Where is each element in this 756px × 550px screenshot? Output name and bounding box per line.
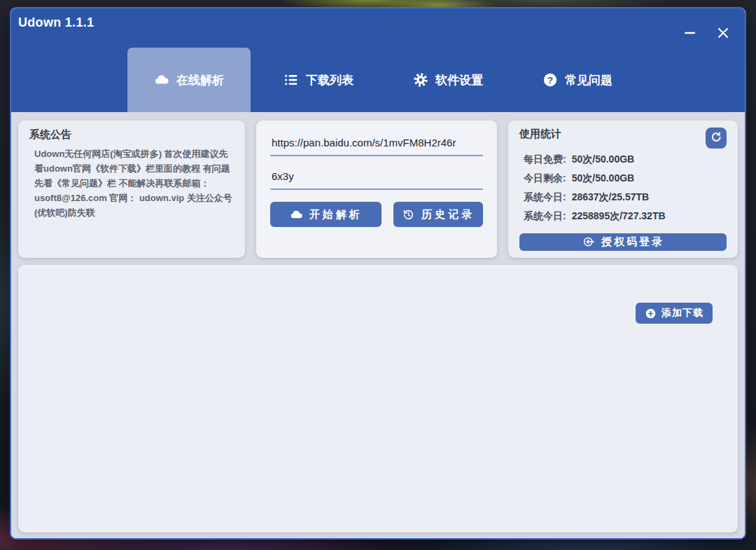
- add-download-label: 添加下载: [662, 307, 704, 319]
- cloud-icon: [154, 72, 169, 88]
- stat-label: 今日剩余:: [524, 172, 566, 185]
- minimize-icon: [685, 32, 695, 34]
- top-row: 系统公告 Udown无任何网店(淘宝或拼多) 首次使用建议先看udown官网《软…: [18, 121, 738, 258]
- login-icon: [582, 235, 595, 249]
- window-controls: [682, 25, 731, 41]
- announcement-body: Udown无任何网店(淘宝或拼多) 首次使用建议先看udown官网《软件下载》栏…: [34, 146, 234, 220]
- stats-panel: 使用统计 每日免费: 50次/50.00GB: [508, 121, 738, 258]
- stat-rows: 每日免费: 50次/50.00GB 今日剩余: 50次/50.00GB 系统今日…: [524, 150, 727, 226]
- stats-title: 使用统计: [519, 128, 561, 141]
- refresh-icon: [710, 131, 722, 146]
- history-button[interactable]: 历史记录: [393, 202, 483, 227]
- stat-label: 系统今日:: [524, 191, 566, 204]
- announcement-panel: 系统公告 Udown无任何网店(淘宝或拼多) 首次使用建议先看udown官网《软…: [18, 121, 245, 258]
- stat-row-today-remaining: 今日剩余: 50次/50.00GB: [524, 169, 727, 188]
- main-content: 系统公告 Udown无任何网店(淘宝或拼多) 首次使用建议先看udown官网《软…: [11, 112, 745, 538]
- stat-label: 系统今日:: [524, 210, 566, 223]
- parse-panel: 开始解析 历史记录: [256, 121, 497, 258]
- announcement-title: 系统公告: [29, 128, 234, 142]
- refresh-stats-button[interactable]: [706, 128, 727, 149]
- start-parse-label: 开始解析: [309, 208, 363, 221]
- start-parse-button[interactable]: 开始解析: [270, 202, 382, 227]
- auth-code-login-button[interactable]: 授权码登录: [519, 233, 727, 251]
- tab-bar: 在线解析 下载列表 软件设置: [127, 48, 639, 112]
- stat-label: 每日免费:: [524, 153, 566, 166]
- stats-header: 使用统计: [519, 128, 727, 149]
- auth-code-login-label: 授权码登录: [601, 235, 664, 249]
- extract-code-input[interactable]: [270, 164, 483, 190]
- minimize-button[interactable]: [682, 25, 697, 41]
- stat-value: 50次/50.00GB: [572, 153, 635, 166]
- stat-value: 50次/50.00GB: [572, 172, 635, 185]
- tab-online-parse[interactable]: 在线解析: [127, 48, 251, 112]
- close-button[interactable]: [715, 25, 731, 41]
- stat-row-system-today-count: 系统今日: 28637次/25.57TB: [524, 188, 727, 207]
- cloud-icon: [290, 208, 303, 221]
- gear-icon: [413, 72, 428, 88]
- share-url-input[interactable]: [270, 130, 483, 156]
- stat-row-daily-free: 每日免费: 50次/50.00GB: [524, 150, 727, 169]
- list-icon: [284, 72, 299, 88]
- tab-download-list[interactable]: 下载列表: [257, 48, 380, 112]
- titlebar: Udown 1.1.1 在线解析 下载列表: [11, 8, 745, 112]
- close-icon: [718, 27, 729, 39]
- stat-row-system-today-total: 系统今日: 2258895次/727.32TB: [524, 207, 727, 226]
- stat-value: 28637次/25.57TB: [572, 191, 650, 204]
- app-title: Udown 1.1.1: [18, 15, 94, 30]
- add-download-button[interactable]: 添加下载: [636, 303, 713, 324]
- tab-label: 软件设置: [435, 72, 483, 88]
- tab-settings[interactable]: 软件设置: [386, 48, 510, 112]
- svg-text:?: ?: [547, 75, 553, 85]
- tab-label: 常见问题: [565, 72, 612, 88]
- app-window: Udown 1.1.1 在线解析 下载列表: [10, 7, 746, 539]
- plus-circle-icon: [645, 308, 657, 319]
- stat-value: 2258895次/727.32TB: [572, 210, 666, 223]
- download-list-panel: 添加下载: [18, 265, 738, 532]
- tab-label: 下载列表: [306, 72, 354, 88]
- tab-faq[interactable]: ? 常见问题: [516, 48, 639, 112]
- tab-label: 在线解析: [176, 72, 224, 88]
- history-icon: [402, 208, 415, 221]
- parse-buttons: 开始解析 历史记录: [270, 202, 483, 227]
- history-label: 历史记录: [421, 208, 475, 221]
- question-icon: ?: [542, 72, 558, 88]
